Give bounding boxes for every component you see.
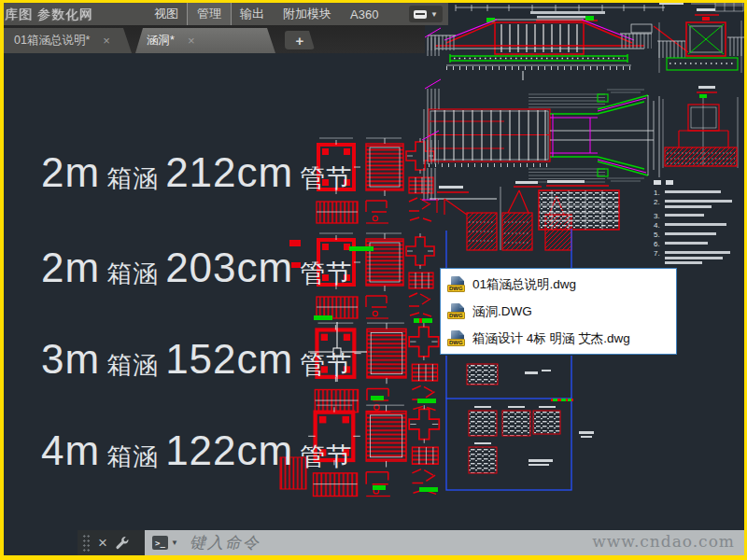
close-command-bar-icon[interactable]: × [98,535,107,551]
screen-icon [414,10,427,19]
culvert-plan-view [422,90,659,182]
layout-viewport-tables [446,356,594,490]
dwg-file-icon: DWG [447,330,465,346]
note-line: 3. [654,214,744,219]
autocad-window: 2m 箱涵 212cm 管节 2m 箱涵 203cm 管节 3m 箱涵 152c… [0,0,747,560]
drag-grip[interactable] [82,534,91,552]
note-line: 6. [654,242,744,247]
chevron-down-icon: ▼ [430,10,438,19]
menu-item-a360[interactable]: A360 [341,5,388,24]
menu-item-output[interactable]: 输出 [231,3,274,25]
site-watermark: www.cndao.com [592,532,735,551]
command-bar-controls: × [78,530,145,555]
notes-header [654,180,744,185]
wingwall-hatch-fragments [422,28,441,200]
size-label-4: 4m 箱涵 122cm 管节 [41,427,352,474]
note-line: 4. [654,223,744,229]
tab-culvert-active[interactable]: 涵洞* × [135,28,275,53]
note-line: 2. [654,200,744,210]
new-drawing-tab-button[interactable]: + [285,31,315,49]
size-label-3: 3m 箱涵 152cm 管节 [41,336,352,383]
menu-item-addins[interactable]: 附加模块 [274,3,341,25]
recent-commands-dropdown-icon[interactable]: ▼ [171,539,178,547]
crop-border-top [0,0,747,3]
ribbon-collapse-button[interactable]: ▼ [409,6,443,22]
dwg-file-icon: DWG [447,276,465,292]
file-row[interactable]: DWG 箱涵设计 4标 明涵 艾杰.dwg [441,325,676,352]
file-row[interactable]: DWG 涵洞.DWG [441,298,676,325]
drawing-tab-bar: 01箱涵总说明* × 涵洞* × + [3,25,425,53]
command-prompt-icon[interactable]: >_ [152,536,168,550]
right-column-details [654,0,744,168]
crop-border-bottom [0,555,747,560]
file-row[interactable]: DWG 01箱涵总说明.dwg [441,271,676,298]
menu-bar: 库图 参数化网 视图 管理 输出 附加模块 A360 ▼ [3,3,448,25]
watermark-overlay: 库图 参数化网 [5,5,143,23]
crop-border-left [0,0,4,560]
dwg-file-icon: DWG [447,303,465,319]
close-tab-icon[interactable]: × [103,35,110,47]
culvert-elevation-view [428,5,665,80]
command-placeholder: 键入命令 [190,532,261,553]
apron-details-and-table [430,180,619,268]
close-tab-icon[interactable]: × [188,35,195,47]
size-label-1: 2m 箱涵 212cm 管节 [41,149,352,196]
command-input-field[interactable]: >_ ▼ 键入命令 www.cndao.com [145,530,744,555]
tab-box-culvert-notes[interactable]: 01箱涵总说明* × [3,28,132,53]
command-line-bar: × >_ ▼ 键入命令 www.cndao.com [78,530,744,555]
note-line: 1. [654,190,744,196]
menu-item-view[interactable]: 视图 [145,3,188,25]
notes-list: 1. 2. 3. 4. 5. 6. 7. [654,180,744,271]
wrench-icon[interactable] [115,536,129,550]
size-label-2: 2m 箱涵 203cm 管节 [41,245,352,291]
note-line: 5. [654,232,744,238]
menu-item-manage[interactable]: 管理 [188,3,231,25]
file-list-popup: DWG 01箱涵总说明.dwg DWG 涵洞.DWG DWG 箱涵设计 4标 明… [440,268,677,355]
note-line: 7. [654,251,744,267]
